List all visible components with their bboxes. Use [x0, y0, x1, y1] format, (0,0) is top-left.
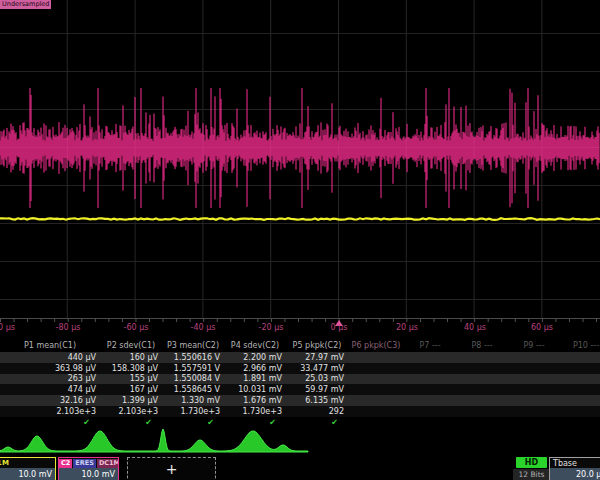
measurement-table: P1 mean(C1)P2 sdev(C1)P3 mean(C2)P4 sdev…	[0, 339, 600, 428]
time-axis-label: 40 µs	[464, 323, 486, 332]
param-header-2[interactable]: P2 sdev(C1)	[100, 341, 162, 350]
timebase-scale: 20.0 µs/div	[550, 468, 600, 480]
c1-coupling-label: DC1M	[0, 459, 9, 467]
param-value-cell: 2.966 mV	[224, 364, 286, 373]
c2-coupling-badge: DC1M	[97, 459, 118, 468]
param-header-8[interactable]: P8 ---	[456, 341, 508, 350]
param-value-cell: 1.399 µV	[100, 396, 162, 405]
waveform-display-grid[interactable]: Undersampled	[0, 0, 600, 318]
param-header-5[interactable]: P5 pkpk(C2)	[286, 341, 348, 350]
param-value-cell: 263 µV	[0, 374, 100, 383]
timebase-descriptor[interactable]: Tbase 20.0 µs/div	[549, 457, 600, 480]
param-value-cell: 474 µV	[0, 385, 100, 394]
timebase-title: Tbase	[550, 459, 577, 468]
c2-vertical-scale: 10.0 mV	[59, 468, 118, 480]
param-value-cell: 25.03 mV	[286, 374, 348, 383]
add-trace-button[interactable]: +	[127, 457, 216, 480]
c1-vertical-scale: 10.0 mV	[0, 468, 55, 480]
param-value-cell: 10.031 mV	[224, 385, 286, 394]
param-header-4[interactable]: P4 sdev(C2)	[224, 341, 286, 350]
param-value-cell: 2.103e+3	[100, 407, 162, 416]
time-axis-label: 20 µs	[396, 323, 418, 332]
param-value-cell: 2.103e+3	[0, 407, 100, 416]
param-value-cell: 2.200 mV	[224, 353, 286, 362]
param-value-cell: 160 µV	[100, 353, 162, 362]
param-header-6[interactable]: P6 pkpk(C3)	[348, 341, 404, 350]
channel-c1-descriptor[interactable]: C1 DC1M 10.0 mV	[0, 457, 56, 480]
param-header-10[interactable]: P10 ---	[560, 341, 600, 350]
param-value-cell: 59.97 mV	[286, 385, 348, 394]
time-axis-label: 0 µs	[331, 323, 348, 332]
time-axis-label: 60 µs	[531, 323, 553, 332]
param-value-cell: 1.557591 V	[162, 364, 224, 373]
oscilloscope-screen: Undersampled -100 µs-80 µs-60 µs-40 µs-2…	[0, 0, 600, 480]
param-value-cell: 33.477 mV	[286, 364, 348, 373]
param-value-cell: 1.330 mV	[162, 396, 224, 405]
param-value-cell: 1.891 mV	[224, 374, 286, 383]
param-value-cell: 440 µV	[0, 353, 100, 362]
time-axis-label: -100 µs	[0, 323, 15, 332]
waveform-traces[interactable]	[0, 0, 600, 318]
param-header-1[interactable]: P1 mean(C1)	[0, 341, 100, 350]
param-value-cell: 158.308 µV	[100, 364, 162, 373]
param-value-cell: 363.98 µV	[0, 364, 100, 373]
c2-noise-trace[interactable]	[0, 88, 599, 208]
undersampled-indicator: Undersampled	[0, 0, 51, 9]
time-axis-label: -40 µs	[191, 323, 216, 332]
param-header-3[interactable]: P3 mean(C2)	[162, 341, 224, 350]
param-value-cell: 1.550084 V	[162, 374, 224, 383]
param-value-cell: 1.558645 V	[162, 385, 224, 394]
param-value-cell: 1.676 mV	[224, 396, 286, 405]
c2-label: C2	[59, 459, 72, 468]
histicon-shape	[0, 429, 308, 452]
c1-flat-trace[interactable]	[0, 218, 600, 220]
time-axis: -100 µs-80 µs-60 µs-40 µs-20 µs0 µs20 µs…	[0, 318, 600, 336]
time-axis-label: -20 µs	[259, 323, 284, 332]
c2-eres-badge: ERES	[73, 459, 96, 468]
channel-c2-descriptor[interactable]: C2 ERES DC1M 10.0 mV	[58, 457, 119, 480]
hd-resolution-label: 12 Bits	[513, 469, 550, 480]
time-axis-label: -60 µs	[124, 323, 149, 332]
param-value-cell: 1.730e+3	[224, 407, 286, 416]
param-header-9[interactable]: P9 ---	[508, 341, 560, 350]
param-value-cell: 32.16 µV	[0, 396, 100, 405]
param-value-cell: 167 µV	[100, 385, 162, 394]
hd-mode-badge: HD	[516, 457, 547, 468]
parameter-histicons[interactable]	[0, 426, 600, 457]
param-header-7[interactable]: P7 ---	[404, 341, 456, 350]
param-value-cell: 1.550616 V	[162, 353, 224, 362]
param-value-cell: 292	[286, 407, 348, 416]
param-value-cell: 6.135 mV	[286, 396, 348, 405]
param-value-cell: 1.730e+3	[162, 407, 224, 416]
param-value-cell: 27.97 mV	[286, 353, 348, 362]
time-axis-label: -80 µs	[56, 323, 81, 332]
param-value-cell: 155 µV	[100, 374, 162, 383]
